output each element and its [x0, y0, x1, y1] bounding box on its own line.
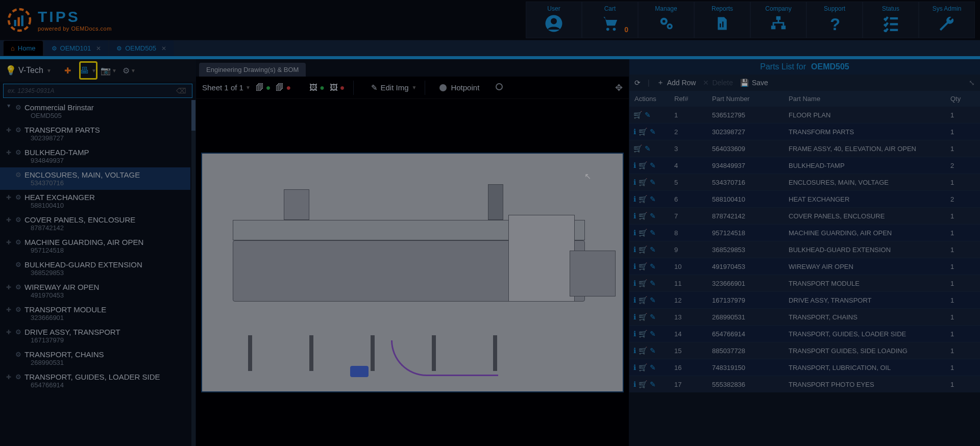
- cart-icon[interactable]: 🛒: [633, 111, 642, 119]
- add-button[interactable]: ✚: [59, 61, 77, 80]
- remove-image-button[interactable]: 🖼●: [330, 83, 345, 92]
- nav-sys-admin[interactable]: Sys Admin: [919, 2, 975, 38]
- table-row[interactable]: ℹ🛒✎12167137979DRIVE ASSY, TRANSPORT1: [629, 291, 980, 308]
- cart-icon[interactable]: 🛒: [639, 262, 647, 270]
- add-row-button[interactable]: ＋Add Row: [657, 78, 696, 87]
- col-qty[interactable]: Qty: [950, 95, 980, 103]
- tree-item[interactable]: ✚⚙DRIVE ASSY, TRANSPORT167137979: [0, 325, 190, 347]
- info-icon[interactable]: ℹ: [633, 330, 636, 338]
- edit-icon[interactable]: ✎: [645, 111, 651, 119]
- close-icon[interactable]: ✕: [161, 45, 166, 52]
- tree-item[interactable]: ✚⚙MACHINE GUARDING, AIR OPEN957124518: [0, 235, 190, 257]
- tree-item[interactable]: ⚙TRANSPORT, CHAINS268990531: [0, 347, 190, 369]
- table-row[interactable]: 🛒✎3564033609FRAME ASSY, 40, ELEVATION, A…: [629, 140, 980, 157]
- tree-scroll-thumb[interactable]: [191, 100, 195, 131]
- edit-image-menu[interactable]: ✎ Edit Img ▼: [371, 83, 417, 92]
- org-selector[interactable]: V-Tech ▼: [18, 66, 52, 75]
- delete-button[interactable]: ✕Delete: [703, 79, 732, 87]
- nav-company[interactable]: Company: [750, 2, 806, 38]
- cart-icon[interactable]: 🛒: [639, 245, 647, 254]
- sheet-selector[interactable]: Sheet 1 of 1 ▼: [202, 83, 251, 92]
- cart-icon[interactable]: 🛒: [639, 128, 647, 136]
- table-row[interactable]: ℹ🛒✎2302398727TRANSFORM PARTS1: [629, 123, 980, 140]
- edit-icon[interactable]: ✎: [650, 313, 656, 321]
- nav-support[interactable]: Support?: [806, 2, 863, 38]
- nav-user[interactable]: User: [526, 2, 582, 38]
- cart-icon[interactable]: 🛒: [639, 346, 647, 355]
- info-icon[interactable]: ℹ: [633, 279, 636, 287]
- tree-item[interactable]: ✚⚙WIREWAY AIR OPEN491970453: [0, 280, 190, 302]
- tree-item[interactable]: ✚⚙HEAT EXCHANGER588100410: [0, 190, 190, 212]
- tree-item[interactable]: ⚙BULKHEAD-GUARD EXTENSION368529853: [0, 257, 190, 280]
- nav-manage[interactable]: Manage: [638, 2, 694, 38]
- plus-icon[interactable]: ✚: [6, 239, 12, 246]
- table-row[interactable]: ℹ🛒✎13268990531TRANSPORT, CHAINS1: [629, 308, 980, 325]
- drawing-viewport[interactable]: ↖: [196, 99, 629, 446]
- tree-item[interactable]: ✚⚙TRANSPORT, GUIDES, LOADER SIDE65476691…: [0, 369, 190, 392]
- edit-icon[interactable]: ✎: [650, 330, 656, 338]
- edit-icon[interactable]: ✎: [650, 296, 656, 304]
- cart-icon[interactable]: 🛒: [639, 330, 647, 338]
- tree-item[interactable]: ✚⚙COVER PANELS, ENCLOSURE878742142: [0, 212, 190, 235]
- table-row[interactable]: ℹ🛒✎17555382836TRANSPORT PHOTO EYES1: [629, 376, 980, 392]
- tab-oemd505[interactable]: ⚙OEMD505✕: [109, 40, 174, 56]
- edit-icon[interactable]: ✎: [650, 229, 656, 237]
- tree-item[interactable]: ▸⚙Commercial BrinstarOEMD505: [0, 100, 190, 122]
- plus-icon[interactable]: ✚: [6, 374, 12, 381]
- info-icon[interactable]: ℹ: [633, 296, 636, 304]
- plus-icon[interactable]: ✚: [6, 194, 12, 201]
- tab-engineering-bom[interactable]: Engineering Drawing(s) & BOM: [199, 63, 306, 77]
- add-page-button[interactable]: 🗐●: [256, 83, 271, 92]
- cart-icon[interactable]: 🛒: [633, 144, 642, 153]
- info-icon[interactable]: ℹ: [633, 195, 636, 203]
- table-row[interactable]: ℹ🛒✎5534370716ENCLOSURES, MAIN, VOLTAGE1: [629, 174, 980, 190]
- logo[interactable]: TIPS powered by OEMDocs.com: [5, 6, 112, 34]
- plus-icon[interactable]: ✚: [6, 149, 12, 156]
- edit-icon[interactable]: ✎: [645, 144, 651, 153]
- hotpoint-radio-selected[interactable]: Hotpoint: [439, 83, 479, 92]
- table-row[interactable]: 🛒✎1536512795FLOOR PLAN1: [629, 106, 980, 123]
- edit-icon[interactable]: ✎: [650, 195, 656, 203]
- print-button[interactable]: 🖶 ▼: [79, 61, 97, 80]
- cart-icon[interactable]: 🛒: [639, 296, 647, 304]
- info-icon[interactable]: ℹ: [633, 178, 636, 186]
- add-image-button[interactable]: 🖼●: [309, 83, 325, 92]
- hotpoint-radio-unselected[interactable]: [496, 83, 503, 92]
- tree-item[interactable]: ⚙ENCLOSURES, MAIN, VOLTAGE534370716: [0, 167, 190, 190]
- table-row[interactable]: ℹ🛒✎7878742142COVER PANELS, ENCLOSURE1: [629, 207, 980, 224]
- plus-icon[interactable]: ✚: [6, 306, 12, 313]
- edit-icon[interactable]: ✎: [650, 178, 656, 186]
- save-button[interactable]: 💾Save: [740, 79, 768, 87]
- plus-icon[interactable]: ✚: [6, 216, 12, 224]
- nav-status[interactable]: Status: [863, 2, 919, 38]
- info-icon[interactable]: ℹ: [633, 380, 636, 388]
- table-row[interactable]: ℹ🛒✎4934849937BULKHEAD-TAMP2: [629, 157, 980, 174]
- cart-icon[interactable]: 🛒: [639, 380, 647, 388]
- col-actions[interactable]: Actions: [629, 95, 674, 103]
- edit-icon[interactable]: ✎: [650, 161, 656, 169]
- table-row[interactable]: ℹ🛒✎8957124518MACHINE GUARDING, AIR OPEN1: [629, 224, 980, 241]
- edit-icon[interactable]: ✎: [650, 212, 656, 220]
- table-row[interactable]: ℹ🛒✎9368529853BULKHEAD-GUARD EXTENSION1: [629, 241, 980, 258]
- info-icon[interactable]: ℹ: [633, 161, 636, 169]
- cart-icon[interactable]: 🛒: [639, 178, 647, 186]
- cart-icon[interactable]: 🛒: [639, 279, 647, 287]
- info-icon[interactable]: ℹ: [633, 212, 636, 220]
- col-part-number[interactable]: Part Number: [712, 95, 789, 103]
- info-icon[interactable]: ℹ: [633, 346, 636, 355]
- tree-scrollbar[interactable]: [191, 100, 195, 446]
- plus-icon[interactable]: ✚: [6, 284, 12, 291]
- cart-icon[interactable]: 🛒: [639, 363, 647, 371]
- edit-icon[interactable]: ✎: [650, 262, 656, 270]
- info-icon[interactable]: ℹ: [633, 363, 636, 371]
- info-icon[interactable]: ℹ: [633, 229, 636, 237]
- info-icon[interactable]: ℹ: [633, 313, 636, 321]
- search-input[interactable]: [3, 84, 192, 98]
- info-icon[interactable]: ℹ: [633, 245, 636, 254]
- tree-item[interactable]: ✚⚙TRANSFORM PARTS302398727: [0, 122, 190, 145]
- camera-button[interactable]: 📷▼: [100, 61, 118, 80]
- col-part-name[interactable]: Part Name: [789, 95, 950, 103]
- close-icon[interactable]: ✕: [96, 45, 101, 52]
- plus-icon[interactable]: ✚: [6, 329, 12, 336]
- table-row[interactable]: ℹ🛒✎15885037728TRANSPORT GUIDES, SIDE LOA…: [629, 342, 980, 359]
